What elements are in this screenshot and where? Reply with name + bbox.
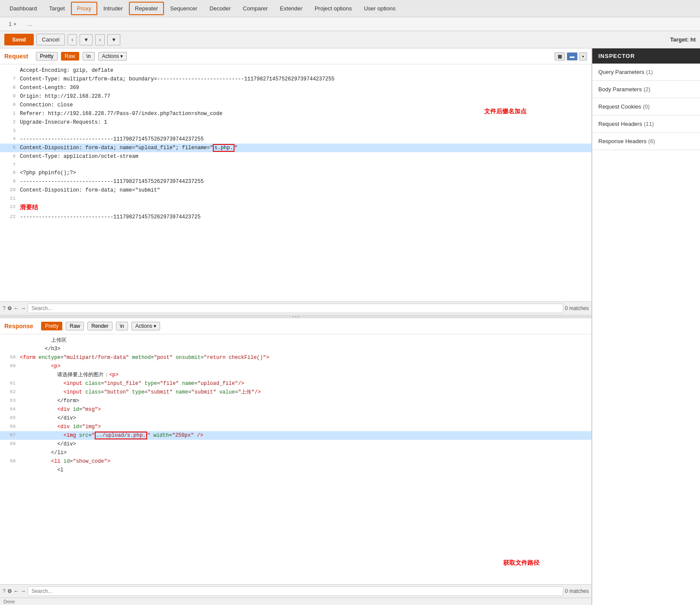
pretty-button-res[interactable]: Pretty — [41, 322, 62, 330]
code-line-19: 9 ------------------------------11179827… — [0, 177, 591, 186]
pretty-button-req[interactable]: Pretty — [36, 52, 57, 61]
tab-bar: 1 × … — [0, 17, 700, 31]
nav-user-options[interactable]: User options — [358, 2, 401, 15]
response-match-count: 0 matches — [565, 588, 589, 594]
request-match-count: 0 matches — [565, 305, 589, 311]
nav-back-dropdown[interactable]: ▼ — [80, 34, 93, 45]
nav-project-options[interactable]: Project options — [308, 2, 358, 15]
nav-sequencer[interactable]: Sequencer — [164, 2, 203, 15]
request-code-area[interactable]: Accept-Encoding: gzip, deflate 7 Content… — [0, 64, 591, 301]
view-full-icon[interactable]: ▬ — [567, 52, 578, 61]
actions-dropdown-res[interactable]: Actions ▾ — [132, 322, 161, 330]
nav-decoder[interactable]: Decoder — [203, 2, 237, 15]
code-line-18: 8 <?php phpinfo();?> — [0, 169, 591, 177]
newline-button-res[interactable]: \n — [116, 322, 128, 330]
code-line-11: 1 Referer: http://192.168.228.77/Pass-07… — [0, 109, 591, 118]
code-line-16: 6 Content-Type: application/octet-stream — [0, 152, 591, 161]
nav-extender[interactable]: Extender — [274, 2, 308, 15]
main-container: Request Pretty Raw \n Actions ▾ ▦ ▬ ▪ Ac… — [0, 48, 700, 605]
target-info: Target: ht — [670, 36, 696, 43]
resp-line-upload: 上传区 — [0, 336, 591, 345]
resp-line-59: 59 <form enctype="multipart/form-data" m… — [0, 353, 591, 362]
request-section: Request Pretty Raw \n Actions ▾ ▦ ▬ ▪ Ac… — [0, 48, 591, 316]
resp-line-62: 62 <input class="button" type="submit" n… — [0, 388, 591, 397]
nav-proxy[interactable]: Proxy — [71, 2, 97, 15]
code-line-21: 21 — [0, 195, 591, 203]
code-line-20: 20 Content-Disposition: form-data; name=… — [0, 186, 591, 195]
cancel-button[interactable]: Cancel — [36, 34, 65, 45]
response-search-input[interactable] — [28, 586, 563, 596]
code-line-7: 7 Content-Type: multipart/form-data; bou… — [0, 75, 591, 83]
code-line-17: 7 — [0, 161, 591, 169]
inspector-query-params[interactable]: Query Parameters (1) — [592, 64, 700, 81]
raw-button-req[interactable]: Raw — [61, 52, 79, 61]
response-code-area[interactable]: 上传区 </h3> 59 <form enctype="multipart/fo… — [0, 334, 591, 584]
nav-comparer[interactable]: Comparer — [237, 2, 274, 15]
tab-more[interactable]: … — [22, 19, 38, 29]
resp-line-65: 65 </div> — [0, 414, 591, 423]
view-split-icon[interactable]: ▦ — [555, 52, 565, 61]
inspector-request-cookies[interactable]: Request Cookies (0) — [592, 98, 700, 115]
resp-line-h3: </h3> — [0, 345, 591, 353]
top-navigation: Dashboard Target Proxy Intruder Repeater… — [0, 0, 700, 17]
resp-line-li: </li> — [0, 448, 591, 457]
nav-repeater[interactable]: Repeater — [129, 2, 164, 15]
request-header: Request Pretty Raw \n Actions ▾ ▦ ▬ ▪ — [0, 48, 591, 64]
request-search-bar: ? ⚙ ← → 0 matches — [0, 301, 591, 315]
resp-line-60: 60 <p> — [0, 362, 591, 371]
code-line-chinese: 22 滑要结 — [0, 203, 591, 213]
request-title: Request — [4, 53, 28, 60]
view-icons-req: ▦ ▬ ▪ — [555, 52, 587, 61]
code-line-14: 4 ------------------------------11179827… — [0, 135, 591, 144]
search-help-icon[interactable]: ? — [3, 305, 6, 311]
actions-dropdown-req[interactable]: Actions ▾ — [98, 52, 127, 61]
inspector-title: INSPECTOR — [592, 48, 700, 64]
resp-line-69: 69 <li id="show_code"> — [0, 457, 591, 466]
code-line-accept: Accept-Encoding: gzip, deflate — [0, 66, 591, 75]
resp-line-67: 67 <img src="../upload/s.php." width="25… — [0, 431, 591, 440]
code-line-8: 8 Content-Length: 369 — [0, 83, 591, 92]
nav-forward-button[interactable]: › — [95, 34, 105, 45]
nav-intruder[interactable]: Intruder — [97, 2, 129, 15]
annotation-filepath: 获取文件路径 — [503, 559, 539, 567]
resp-line-66: 66 <div id="img"> — [0, 423, 591, 431]
resp-line-select: 请选择要上传的图片：<p> — [0, 371, 591, 379]
search-settings-icon[interactable]: ⚙ — [7, 305, 12, 311]
nav-back-button[interactable]: ‹ — [67, 34, 77, 45]
inspector-response-headers[interactable]: Response Headers (6) — [592, 133, 700, 150]
view-mini-icon[interactable]: ▪ — [579, 52, 587, 61]
search-back-icon[interactable]: ← — [14, 305, 19, 311]
code-line-12: 2 Upgrade-Insecure-Requests: 1 — [0, 118, 591, 127]
resp-line-64: 64 <div id="msg"> — [0, 405, 591, 414]
resp-search-help-icon[interactable]: ? — [3, 588, 6, 594]
resp-line-63: 63 </form> — [0, 397, 591, 405]
code-line-15: 5 Content-Disposition: form-data; name="… — [0, 144, 591, 152]
newline-button-req[interactable]: \n — [83, 52, 95, 61]
bottom-status: Done — [0, 598, 591, 605]
code-line-22: 22 ------------------------------1117982… — [0, 213, 591, 221]
search-forward-icon[interactable]: → — [21, 305, 26, 311]
nav-dashboard[interactable]: Dashboard — [3, 2, 43, 15]
render-button-res[interactable]: Render — [87, 322, 112, 330]
toolbar: Send Cancel ‹ ▼ › ▼ Target: ht — [0, 31, 700, 48]
request-search-input[interactable] — [28, 304, 563, 313]
response-title: Response — [4, 323, 33, 330]
inspector-body-params[interactable]: Body Parameters (2) — [592, 81, 700, 98]
resp-search-forward-icon[interactable]: → — [21, 588, 26, 594]
code-line-9: 9 Origin: http://192.168.228.77 — [0, 92, 591, 101]
resp-search-back-icon[interactable]: ← — [14, 588, 19, 594]
nav-forward-dropdown[interactable]: ▼ — [107, 34, 120, 45]
resp-line-61: 61 <input class="input_file" type="file"… — [0, 379, 591, 388]
code-line-10: 0 Connection: close — [0, 101, 591, 109]
inspector-request-headers[interactable]: Request Headers (11) — [592, 115, 700, 133]
response-header: Response Pretty Raw Render \n Actions ▾ — [0, 318, 591, 334]
response-section: Response Pretty Raw Render \n Actions ▾ … — [0, 318, 591, 598]
resp-search-settings-icon[interactable]: ⚙ — [7, 588, 12, 594]
nav-target[interactable]: Target — [43, 2, 71, 15]
tab-1[interactable]: 1 × — [3, 19, 22, 29]
inspector-panel: INSPECTOR Query Parameters (1) Body Para… — [592, 48, 700, 605]
raw-button-res[interactable]: Raw — [66, 322, 84, 330]
response-search-bar: ? ⚙ ← → 0 matches — [0, 584, 591, 598]
resp-line-l: <l — [0, 466, 591, 474]
send-button[interactable]: Send — [4, 34, 34, 45]
